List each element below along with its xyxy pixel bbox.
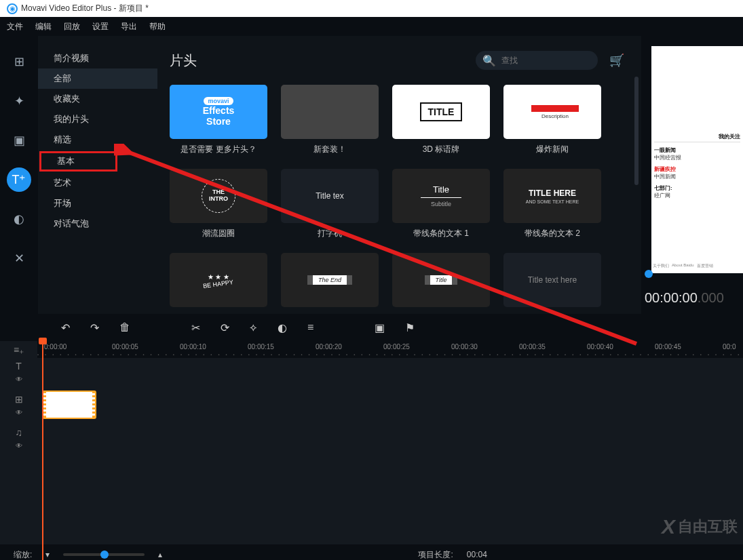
search-box[interactable]: 🔍: [476, 51, 598, 70]
card-typewriter[interactable]: Title tex 打字机: [281, 169, 379, 239]
card-trend-circle[interactable]: THE INTRO 潮流圆圈: [170, 169, 267, 239]
timeline[interactable]: ≡₊ 0:00:00 00:00:05 00:00:10 00:00:15 00…: [0, 341, 743, 544]
stickers-icon[interactable]: ◐: [7, 207, 31, 231]
preview-handle-icon[interactable]: [645, 270, 653, 278]
record-icon[interactable]: ▣: [375, 321, 385, 334]
video-track-icon: ⊞: [15, 394, 23, 405]
rotate-icon[interactable]: ⟳: [221, 321, 229, 334]
preview-frame: 我的关注 一眼新闻中国经营报 新疆疾控中国新闻 七部门:经广网 关于我们Abou…: [651, 46, 743, 273]
crop-icon[interactable]: ⟡: [250, 321, 257, 334]
timeline-toolbar: ↶ ↷ 🗑 ✂ ⟳ ⟡ ◐ ≡ ▣ ⚑: [0, 314, 743, 341]
panel-title: 片头: [170, 52, 476, 70]
sidebar-item-all[interactable]: 全部: [38, 68, 157, 89]
playhead[interactable]: [42, 341, 43, 560]
sidebar-item-mine[interactable]: 我的片头: [38, 109, 157, 129]
sidebar-item-featured[interactable]: 精选: [38, 129, 157, 150]
search-input[interactable]: [501, 56, 603, 65]
zoom-slider[interactable]: [63, 553, 145, 556]
delete-icon[interactable]: 🗑: [119, 321, 130, 334]
menu-help[interactable]: 帮助: [149, 21, 166, 33]
audio-track[interactable]: ♫👁: [0, 424, 743, 452]
menu-file[interactable]: 文件: [7, 21, 23, 33]
card-effects-store[interactable]: movaviEffectsStore 是否需要 更多片头？: [170, 85, 267, 155]
status-bar: 缩放: ▾ ▴ 项目长度: 00:04: [0, 544, 743, 560]
titles-icon[interactable]: T⁺: [7, 167, 31, 192]
zoom-label: 缩放:: [14, 549, 32, 561]
title-grid: movaviEffectsStore 是否需要 更多片头？ 新套装！ TITLE…: [170, 85, 629, 312]
menu-edit[interactable]: 编辑: [35, 21, 52, 33]
titlebar: ◉ Movavi Video Editor Plus - 新项目 *: [0, 0, 743, 17]
card-the-end[interactable]: The End: [281, 253, 379, 312]
video-track[interactable]: ⊞👁: [0, 385, 743, 424]
sidebar-item-fav[interactable]: 收藏夹: [38, 89, 157, 109]
import-icon[interactable]: ⊞: [7, 49, 31, 74]
cut-icon[interactable]: ✂: [191, 321, 200, 334]
zoom-in-icon[interactable]: ▴: [158, 550, 162, 559]
window-title: Movavi Video Editor Plus - 新项目 *: [21, 3, 149, 14]
content-panel: 片头 🔍 🛒 movaviEffectsStore 是否需要 更多片头？ 新套装…: [157, 36, 641, 314]
video-clip[interactable]: [42, 391, 96, 419]
title-track[interactable]: T👁: [0, 358, 743, 385]
card-title-text[interactable]: Title text here: [503, 253, 601, 312]
cart-icon[interactable]: 🛒: [605, 48, 629, 73]
menu-export[interactable]: 导出: [121, 21, 137, 33]
tool-rail: ⊞ ✦ ▣ T⁺ ◐ ✕: [0, 36, 38, 314]
card-be-happy[interactable]: ★ ★ ★BE HAPPY: [170, 253, 267, 312]
menu-settings[interactable]: 设置: [92, 21, 109, 33]
text-track-icon: T: [16, 361, 22, 372]
sidebar-item-intro[interactable]: 简介视频: [38, 48, 157, 68]
sidebar-item-bubble[interactable]: 对话气泡: [38, 214, 157, 234]
project-len-value: 00:04: [467, 550, 487, 559]
menu-playback[interactable]: 回放: [64, 21, 80, 33]
transitions-icon[interactable]: ▣: [7, 128, 31, 153]
marker-icon[interactable]: ⚑: [405, 321, 415, 334]
card-breaking-news[interactable]: Description 爆炸新闻: [503, 85, 601, 155]
sidebar-item-art[interactable]: 艺术: [38, 173, 157, 193]
search-icon: 🔍: [482, 54, 496, 67]
sidebar-item-basic[interactable]: 基本: [39, 151, 117, 172]
card-new-pack[interactable]: 新套装！: [281, 85, 379, 155]
color-icon[interactable]: ◐: [278, 321, 287, 334]
sidebar-item-opener[interactable]: 开场: [38, 193, 157, 214]
card-line-text-1[interactable]: TitleSubtitle 带线条的文本 1: [392, 169, 490, 239]
add-track-icon[interactable]: ≡₊: [0, 341, 37, 358]
timecode: 00:00:00.000: [641, 290, 743, 306]
properties-icon[interactable]: ≡: [307, 321, 313, 334]
filters-icon[interactable]: ✦: [7, 89, 31, 113]
watermark: X自由互联: [662, 515, 738, 538]
preview-area: 我的关注 一眼新闻中国经营报 新疆疾控中国新闻 七部门:经广网 关于我们Abou…: [641, 36, 743, 314]
app-icon: ◉: [7, 3, 18, 14]
audio-track-icon: ♫: [15, 427, 22, 438]
card-ribbon-title[interactable]: Title: [392, 253, 490, 312]
tools-icon[interactable]: ✕: [7, 246, 31, 271]
zoom-out-icon[interactable]: ▾: [45, 550, 50, 559]
redo-icon[interactable]: ↷: [90, 321, 99, 334]
undo-icon[interactable]: ↶: [61, 321, 70, 334]
category-sidebar: 简介视频 全部 收藏夹 我的片头 精选 基本 艺术 开场 对话气泡: [38, 36, 157, 314]
ruler[interactable]: 0:00:00 00:00:05 00:00:10 00:00:15 00:00…: [37, 341, 743, 358]
card-line-text-2[interactable]: TITLE HEREAND SOME TEXT HERE 带线条的文本 2: [503, 169, 601, 239]
card-3d-sign[interactable]: TITLE 3D 标语牌: [392, 85, 490, 155]
menubar: 文件 编辑 回放 设置 导出 帮助: [0, 17, 743, 36]
scrollbar[interactable]: [634, 77, 639, 185]
project-len-label: 项目长度:: [418, 549, 453, 561]
